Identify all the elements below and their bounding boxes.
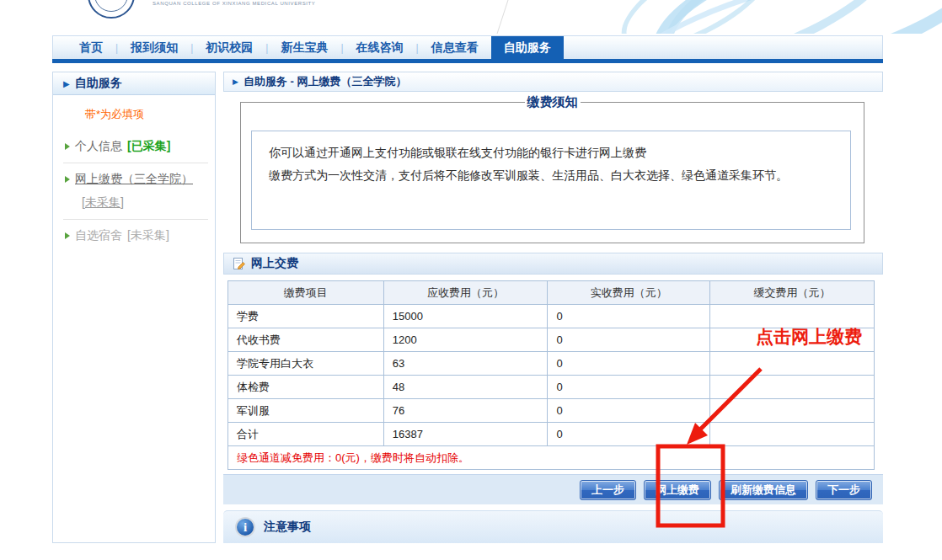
online-pay-button[interactable]: 网上缴费: [644, 480, 711, 500]
cell-due: 16387: [383, 423, 548, 446]
table-row-total: 合计 16387 0: [228, 423, 875, 446]
refresh-payment-info-button[interactable]: 刷新缴费信息: [719, 480, 808, 500]
cell-received: 0: [548, 305, 710, 328]
payment-notice-title: 缴费须知: [525, 94, 581, 110]
nav-underline-bar: [52, 59, 883, 63]
required-fields-note: 带*为必填项: [53, 95, 215, 131]
action-button-bar: 上一步 网上缴费 刷新缴费信息 下一步: [223, 474, 883, 504]
sidebar-header: ▶ 自助服务: [53, 72, 215, 95]
tab-freshman-guide[interactable]: 新生宝典: [268, 36, 340, 59]
cell-received: 0: [548, 376, 710, 399]
notes-title: 注意事项: [264, 520, 311, 535]
tab-home[interactable]: 首页: [67, 36, 115, 59]
table-footnote-row: 绿色通道减免费用：0(元)，缴费时将自动扣除。: [228, 446, 875, 470]
table-row: 军训服 76 0: [228, 399, 875, 423]
cell-received: 0: [548, 423, 710, 446]
table-row: 学院专用白大衣 63 0: [228, 352, 875, 376]
cell-item: 军训服: [228, 399, 384, 423]
breadcrumb: ▶ 自助服务 - 网上缴费（三全学院）: [223, 72, 883, 92]
college-logo: [88, 0, 135, 19]
cell-due: 1200: [383, 328, 548, 352]
top-banner: SANQUAN COLLEGE OF XINXIANG MEDICAL UNIV…: [0, 0, 942, 34]
cell-deferred: [710, 352, 875, 376]
arrow-icon: [65, 143, 70, 150]
cell-item: 学费: [228, 305, 384, 328]
decorative-line: [495, 0, 510, 34]
arrow-icon: [65, 176, 70, 183]
tab-online-consult[interactable]: 在线咨询: [344, 36, 416, 59]
col-header-item: 缴费项目: [228, 281, 384, 305]
cell-received: 0: [548, 399, 710, 423]
status-badge: [未采集]: [127, 228, 169, 243]
cell-deferred: [710, 423, 875, 446]
sidebar-title: 自助服务: [75, 76, 122, 91]
table-header-row: 缴费项目 应收费用（元） 实收费用（元） 缓交费用（元）: [228, 281, 875, 305]
table-row: 体检费 48 0: [228, 376, 875, 399]
cell-item: 体检费: [228, 376, 384, 399]
col-header-deferred: 缓交费用（元）: [710, 281, 875, 305]
sidebar-item-online-payment[interactable]: 网上缴费（三全学院）: [53, 163, 215, 195]
cell-received: 0: [548, 352, 710, 376]
next-step-button[interactable]: 下一步: [816, 480, 872, 500]
cell-item: 学院专用白大衣: [228, 352, 384, 376]
triangle-icon: ▶: [63, 79, 70, 88]
tab-info-view[interactable]: 信息查看: [419, 36, 491, 59]
tab-self-service[interactable]: 自助服务: [491, 36, 564, 59]
cell-due: 15000: [383, 305, 548, 328]
green-channel-note: 绿色通道减免费用：0(元)，缴费时将自动扣除。: [228, 446, 875, 470]
cell-received: 0: [548, 328, 710, 352]
info-icon: i: [235, 517, 255, 537]
previous-step-button[interactable]: 上一步: [580, 480, 636, 500]
online-payment-section-header: 网上交费: [223, 253, 883, 275]
main-navigation: 首页 | 报到须知 | 初识校园 | 新生宝典 | 在线咨询 | 信息查看 自助…: [52, 35, 883, 59]
section-title: 网上交费: [251, 256, 298, 271]
sidebar-item-personal-info[interactable]: 个人信息 [已采集]: [53, 131, 215, 163]
cell-due: 63: [383, 352, 548, 376]
col-header-received: 实收费用（元）: [548, 281, 710, 305]
triangle-icon: ▶: [233, 77, 238, 86]
payment-notice-content: 你可以通过开通网上支付功能或银联在线支付功能的银行卡进行网上缴费 缴费方式为一次…: [251, 131, 851, 230]
sidebar-item-online-payment-status: [未采集]: [53, 195, 215, 219]
fee-table: 缴费项目 应收费用（元） 实收费用（元） 缓交费用（元） 学费 15000 0 …: [227, 280, 875, 470]
tab-checkin-notice[interactable]: 报到须知: [118, 36, 190, 59]
notes-section-header: i 注意事项: [223, 510, 883, 543]
cell-due: 48: [383, 376, 548, 399]
edit-document-icon: [233, 258, 245, 270]
cell-item: 合计: [228, 423, 384, 446]
notice-line: 缴费方式为一次性交清，支付后将不能修改军训服装、生活用品、白大衣选择、绿色通道采…: [269, 164, 833, 187]
arrow-icon: [65, 232, 70, 239]
sidebar-item-dorm-selection[interactable]: 自选宿舍 [未采集]: [53, 220, 215, 252]
status-badge: [未采集]: [82, 195, 124, 209]
tab-campus-intro[interactable]: 初识校园: [193, 36, 265, 59]
notice-line: 你可以通过开通网上支付功能或银联在线支付功能的银行卡进行网上缴费: [269, 141, 833, 164]
status-badge: [已采集]: [127, 139, 170, 154]
annotation-label: 点击网上缴费: [756, 325, 862, 349]
breadcrumb-text: 自助服务 - 网上缴费（三全学院）: [244, 74, 407, 89]
col-header-due: 应收费用（元）: [383, 281, 548, 305]
cell-deferred: [710, 399, 875, 423]
payment-notice-box: 缴费须知 你可以通过开通网上支付功能或银联在线支付功能的银行卡进行网上缴费 缴费…: [240, 94, 864, 243]
cell-item: 代收书费: [228, 328, 384, 352]
college-logo-inner-ring: [94, 0, 128, 12]
cell-due: 76: [383, 399, 548, 423]
college-name-english: SANQUAN COLLEGE OF XINXIANG MEDICAL UNIV…: [153, 1, 315, 6]
sidebar: ▶ 自助服务 带*为必填项 个人信息 [已采集] 网上缴费（三全学院） [未采集…: [52, 72, 216, 543]
cell-deferred: [710, 376, 875, 399]
